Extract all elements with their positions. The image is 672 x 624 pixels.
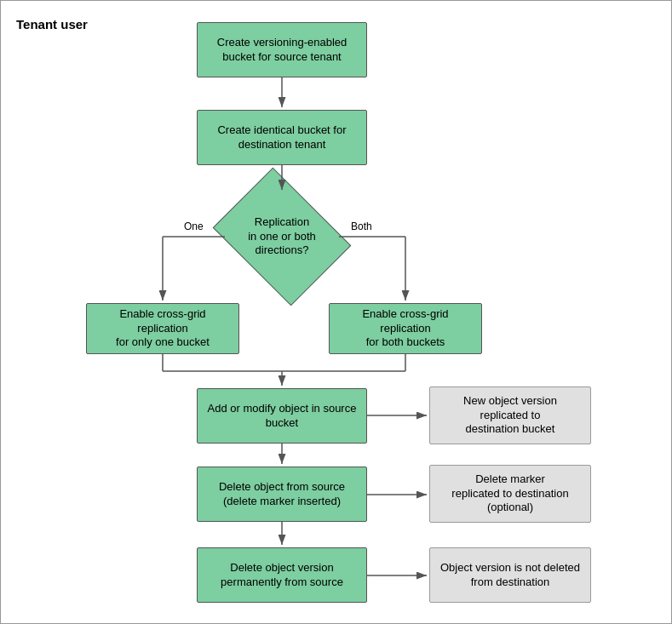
box-delete-marker: Delete marker replicated to destination … [429,465,591,523]
box-delete-source: Delete object from source (delete marker… [197,467,367,522]
label-one: One [184,220,204,232]
box-not-deleted: Object version is not deleted from desti… [429,547,591,603]
box-enable-one: Enable cross-grid replication for only o… [86,303,239,354]
box-add-modify: Add or modify object in source bucket [197,388,367,444]
diamond-container: Replication in one or both directions? [225,192,339,281]
box-enable-both: Enable cross-grid replication for both b… [329,303,482,354]
diamond-label: Replication in one or both directions? [248,215,316,259]
box-replicated: New object version replicated to destina… [429,386,591,444]
diagram-container: Tenant user Create versioning-enabled bu… [0,0,672,624]
box-source-bucket: Create versioning-enabled bucket for sou… [197,22,367,77]
title: Tenant user [16,16,88,33]
box-delete-version: Delete object version permanently from s… [197,547,367,603]
label-both: Both [351,220,372,232]
box-dest-bucket: Create identical bucket for destination … [197,110,367,165]
